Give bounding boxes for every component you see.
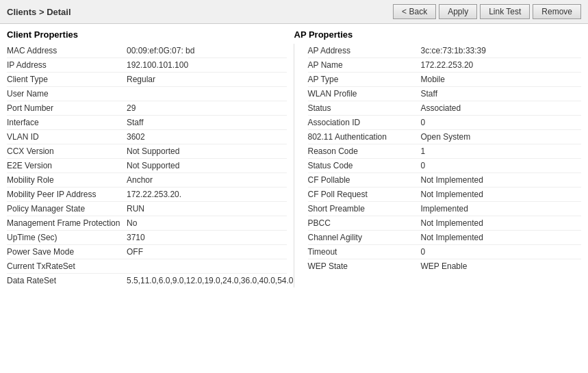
left-prop-label: Management Frame Protection <box>7 218 127 228</box>
left-prop-label: Client Type <box>7 75 127 84</box>
top-bar: Clients > Detail < Back Apply Link Test … <box>0 0 588 24</box>
left-prop-row: Policy Manager StateRUN <box>7 202 287 216</box>
left-prop-value: Anchor <box>127 175 153 185</box>
right-prop-row: Short PreambleImplemented <box>308 202 582 216</box>
right-prop-value: 0 <box>421 247 426 257</box>
left-prop-value: 5.5,11.0,6.0,9.0,12.0,19.0,24.0,36.0,40.… <box>127 276 294 285</box>
left-prop-row: UpTime (Sec)3710 <box>7 231 287 245</box>
right-prop-row: CF Poll RequestNot Implemented <box>308 188 582 202</box>
right-prop-value: Not Implemented <box>421 190 483 199</box>
right-prop-row: 802.11 AuthenticationOpen System <box>308 130 582 144</box>
right-prop-row: Timeout0 <box>308 245 582 259</box>
left-prop-value: 172.22.253.20. <box>127 190 181 199</box>
right-prop-value: Associated <box>421 103 461 113</box>
right-prop-label: Channel Agility <box>308 233 421 242</box>
left-prop-label: Mobility Role <box>7 175 127 185</box>
left-prop-row: Mobility RoleAnchor <box>7 173 287 188</box>
left-prop-row: User Name <box>7 87 287 101</box>
right-prop-row: AP Name172.22.253.20 <box>308 58 582 73</box>
left-prop-row: Client TypeRegular <box>7 73 287 87</box>
client-properties-title: Client Properties <box>7 29 294 40</box>
left-prop-row: Port Number29 <box>7 101 287 116</box>
left-prop-value: RUN <box>127 204 144 214</box>
right-prop-value: Not Implemented <box>421 233 483 242</box>
right-prop-value: Implemented <box>421 204 468 214</box>
right-prop-row: CF PollableNot Implemented <box>308 173 582 188</box>
right-prop-row: PBCCNot Implemented <box>308 216 582 231</box>
left-prop-value: 192.100.101.100 <box>127 60 188 70</box>
right-prop-value: 0 <box>421 118 426 127</box>
left-prop-label: User Name <box>7 89 127 99</box>
left-prop-row: Management Frame ProtectionNo <box>7 216 287 231</box>
right-prop-label: WEP State <box>308 261 421 271</box>
right-prop-label: Short Preamble <box>308 204 421 214</box>
right-prop-value: Mobile <box>421 75 445 84</box>
left-prop-value: 29 <box>127 103 136 113</box>
right-prop-label: AP Name <box>308 60 421 70</box>
right-prop-row: WEP StateWEP Enable <box>308 259 582 273</box>
left-prop-label: VLAN ID <box>7 132 127 142</box>
left-prop-label: UpTime (Sec) <box>7 233 127 242</box>
left-prop-value: 00:09:ef:0G:07: bd <box>127 46 194 55</box>
left-prop-value: Not Supported <box>127 161 179 170</box>
left-prop-row: CCX VersionNot Supported <box>7 144 287 159</box>
right-prop-value: Staff <box>421 89 437 99</box>
left-prop-label: Policy Manager State <box>7 204 127 214</box>
back-button[interactable]: < Back <box>393 4 436 19</box>
breadcrumb: Clients > Detail <box>7 7 71 17</box>
content: Client Properties AP Properties MAC Addr… <box>0 24 588 293</box>
left-prop-row: Data RateSet5.5,11.0,6.0,9.0,12.0,19.0,2… <box>7 274 287 287</box>
left-prop-value: OFF <box>127 247 143 257</box>
right-prop-label: Timeout <box>308 247 421 257</box>
right-prop-value: Not Implemented <box>421 175 483 185</box>
right-prop-label: AP Address <box>308 46 421 55</box>
left-prop-row: Power Save ModeOFF <box>7 245 287 259</box>
top-buttons: < Back Apply Link Test Remove <box>393 4 581 19</box>
right-prop-row: AP TypeMobile <box>308 73 582 87</box>
left-properties: MAC Address00:09:ef:0G:07: bdIP Address1… <box>7 44 294 287</box>
left-prop-row: InterfaceStaff <box>7 116 287 130</box>
right-prop-row: Status Code0 <box>308 159 582 173</box>
left-prop-label: MAC Address <box>7 46 127 55</box>
right-prop-row: WLAN ProfileStaff <box>308 87 582 101</box>
left-prop-row: IP Address192.100.101.100 <box>7 58 287 73</box>
right-prop-label: 802.11 Authentication <box>308 132 421 142</box>
right-prop-label: Status <box>308 103 421 113</box>
left-prop-row: Mobility Peer IP Address172.22.253.20. <box>7 188 287 202</box>
left-prop-value: Regular <box>127 75 155 84</box>
left-prop-value: 3602 <box>127 132 145 142</box>
right-prop-value: 1 <box>421 146 426 156</box>
right-prop-value: 0 <box>421 161 426 170</box>
remove-button[interactable]: Remove <box>533 4 581 19</box>
left-prop-label: IP Address <box>7 60 127 70</box>
right-prop-label: AP Type <box>308 75 421 84</box>
right-prop-row: StatusAssociated <box>308 101 582 116</box>
right-prop-label: Status Code <box>308 161 421 170</box>
right-prop-row: Channel AgilityNot Implemented <box>308 231 582 245</box>
left-prop-row: VLAN ID3602 <box>7 130 287 144</box>
right-prop-value: WEP Enable <box>421 261 468 271</box>
right-prop-label: Reason Code <box>308 146 421 156</box>
right-prop-value: Open System <box>421 132 471 142</box>
left-prop-label: Data RateSet <box>7 276 127 285</box>
properties-container: MAC Address00:09:ef:0G:07: bdIP Address1… <box>7 44 581 287</box>
right-prop-label: Association ID <box>308 118 421 127</box>
link-test-button[interactable]: Link Test <box>480 4 530 19</box>
left-prop-value: 3710 <box>127 233 145 242</box>
apply-button[interactable]: Apply <box>439 4 477 19</box>
right-properties: AP Address3c:ce:73:1b:33:39AP Name172.22… <box>294 44 582 287</box>
left-prop-label: Interface <box>7 118 127 127</box>
section-headers: Client Properties AP Properties <box>7 29 581 40</box>
right-prop-row: Reason Code1 <box>308 144 582 159</box>
left-prop-label: Current TxRateSet <box>7 261 127 271</box>
right-prop-label: PBCC <box>308 218 421 228</box>
right-prop-label: WLAN Profile <box>308 89 421 99</box>
right-prop-label: CF Pollable <box>308 175 421 185</box>
left-prop-label: Mobility Peer IP Address <box>7 190 127 199</box>
ap-properties-title: AP Properties <box>294 29 582 40</box>
right-prop-value: Not Implemented <box>421 218 483 228</box>
left-prop-row: Current TxRateSet <box>7 259 287 274</box>
left-prop-value: No <box>127 218 137 228</box>
left-prop-row: E2E VersionNot Supported <box>7 159 287 173</box>
left-prop-value: Staff <box>127 118 143 127</box>
